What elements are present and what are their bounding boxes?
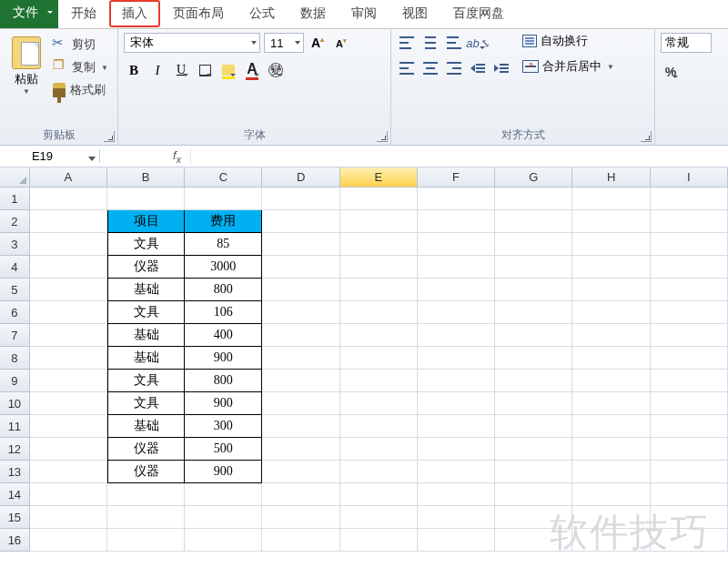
cell-G6[interactable] xyxy=(495,301,572,324)
cell-G14[interactable] xyxy=(495,483,572,506)
select-all-button[interactable] xyxy=(0,167,30,187)
column-header-D[interactable]: D xyxy=(262,167,339,187)
tab-formulas[interactable]: 公式 xyxy=(237,0,288,27)
row-header-15[interactable]: 15 xyxy=(0,506,30,529)
alignment-dialog-launcher[interactable] xyxy=(641,131,652,142)
cell-G4[interactable] xyxy=(495,256,572,279)
cell-A14[interactable] xyxy=(30,483,107,506)
cell-E10[interactable] xyxy=(340,392,418,415)
cell-I4[interactable] xyxy=(651,256,728,279)
cell-H11[interactable] xyxy=(572,415,650,438)
column-header-H[interactable]: H xyxy=(572,167,650,187)
cell-G7[interactable] xyxy=(495,324,572,347)
cell-F2[interactable] xyxy=(418,210,495,233)
cell-A4[interactable] xyxy=(30,256,107,279)
cell-F4[interactable] xyxy=(418,256,495,279)
column-header-I[interactable]: I xyxy=(651,167,728,187)
cell-C6[interactable]: 106 xyxy=(185,301,262,324)
cell-I14[interactable] xyxy=(651,483,728,506)
cell-F13[interactable] xyxy=(418,461,495,483)
cell-G1[interactable] xyxy=(495,188,572,210)
cell-G12[interactable] xyxy=(495,438,572,461)
cell-D14[interactable] xyxy=(262,483,339,506)
row-header-16[interactable]: 16 xyxy=(0,529,30,552)
cell-A7[interactable] xyxy=(30,324,107,347)
cell-F9[interactable] xyxy=(418,370,495,392)
cell-H4[interactable] xyxy=(572,256,650,279)
cell-C5[interactable]: 800 xyxy=(185,279,262,301)
cell-B9[interactable]: 文具 xyxy=(107,370,185,392)
cell-B12[interactable]: 仪器 xyxy=(107,438,185,461)
cell-H10[interactable] xyxy=(572,392,650,415)
cell-F14[interactable] xyxy=(418,483,495,506)
cell-G3[interactable] xyxy=(495,233,572,256)
cell-E9[interactable] xyxy=(340,370,418,392)
cell-H16[interactable] xyxy=(572,529,650,552)
tab-baidu-pan[interactable]: 百度网盘 xyxy=(440,0,517,27)
cell-I9[interactable] xyxy=(651,370,728,392)
wrap-text-button[interactable]: 自动换行 xyxy=(522,33,614,49)
cell-I7[interactable] xyxy=(651,324,728,347)
cell-A6[interactable] xyxy=(30,301,107,324)
decrease-indent-button[interactable] xyxy=(468,58,488,78)
copy-button[interactable]: 复制▼ xyxy=(53,59,108,76)
cell-G2[interactable] xyxy=(495,210,572,233)
cell-A12[interactable] xyxy=(30,438,107,461)
cell-E12[interactable] xyxy=(340,438,418,461)
cell-F6[interactable] xyxy=(418,301,495,324)
percent-style-button[interactable]: % xyxy=(661,62,681,82)
shrink-font-button[interactable]: A▾ xyxy=(331,33,351,53)
cell-C15[interactable] xyxy=(185,506,262,529)
cell-G11[interactable] xyxy=(495,415,572,438)
cell-E13[interactable] xyxy=(340,461,418,483)
column-header-F[interactable]: F xyxy=(418,167,495,187)
cell-G15[interactable] xyxy=(495,506,572,529)
font-color-button[interactable]: A xyxy=(242,60,262,80)
name-box[interactable]: E19 xyxy=(0,149,100,163)
column-header-A[interactable]: A xyxy=(30,167,107,187)
cell-B1[interactable] xyxy=(107,188,185,210)
cell-F16[interactable] xyxy=(418,529,495,552)
font-size-combo[interactable]: 11 xyxy=(264,33,304,53)
number-format-combo[interactable]: 常规 xyxy=(661,33,712,53)
tab-data[interactable]: 数据 xyxy=(288,0,339,27)
row-header-13[interactable]: 13 xyxy=(0,461,30,483)
row-header-10[interactable]: 10 xyxy=(0,392,30,415)
column-header-B[interactable]: B xyxy=(107,167,185,187)
cell-G5[interactable] xyxy=(495,279,572,301)
format-painter-button[interactable]: 格式刷 xyxy=(53,82,108,98)
cell-E8[interactable] xyxy=(340,347,418,370)
cell-D11[interactable] xyxy=(262,415,339,438)
cell-E3[interactable] xyxy=(340,233,418,256)
cell-C8[interactable]: 900 xyxy=(185,347,262,370)
cell-H1[interactable] xyxy=(572,188,650,210)
tab-page-layout[interactable]: 页面布局 xyxy=(160,0,237,27)
cell-I10[interactable] xyxy=(651,392,728,415)
cell-A1[interactable] xyxy=(30,188,107,210)
tab-home[interactable]: 开始 xyxy=(58,0,109,27)
formula-input[interactable] xyxy=(191,146,728,167)
cell-D5[interactable] xyxy=(262,279,339,301)
cell-D3[interactable] xyxy=(262,233,339,256)
cell-D16[interactable] xyxy=(262,529,339,552)
row-header-8[interactable]: 8 xyxy=(0,347,30,370)
cell-E15[interactable] xyxy=(340,506,418,529)
increase-indent-button[interactable] xyxy=(491,58,511,78)
cell-C11[interactable]: 300 xyxy=(185,415,262,438)
cell-I16[interactable] xyxy=(651,529,728,552)
cell-H15[interactable] xyxy=(572,506,650,529)
cell-H14[interactable] xyxy=(572,483,650,506)
cell-F7[interactable] xyxy=(418,324,495,347)
cell-A5[interactable] xyxy=(30,279,107,301)
fx-icon[interactable]: fx xyxy=(164,148,191,165)
cell-B5[interactable]: 基础 xyxy=(107,279,185,301)
align-top-button[interactable] xyxy=(397,33,417,53)
cell-H2[interactable] xyxy=(572,210,650,233)
cell-F15[interactable] xyxy=(418,506,495,529)
merge-center-button[interactable]: 合并后居中▼ xyxy=(522,58,614,75)
cell-C9[interactable]: 800 xyxy=(185,370,262,392)
cell-F12[interactable] xyxy=(418,438,495,461)
cut-button[interactable]: 剪切 xyxy=(53,36,108,53)
align-right-button[interactable] xyxy=(444,58,464,78)
row-header-11[interactable]: 11 xyxy=(0,415,30,438)
